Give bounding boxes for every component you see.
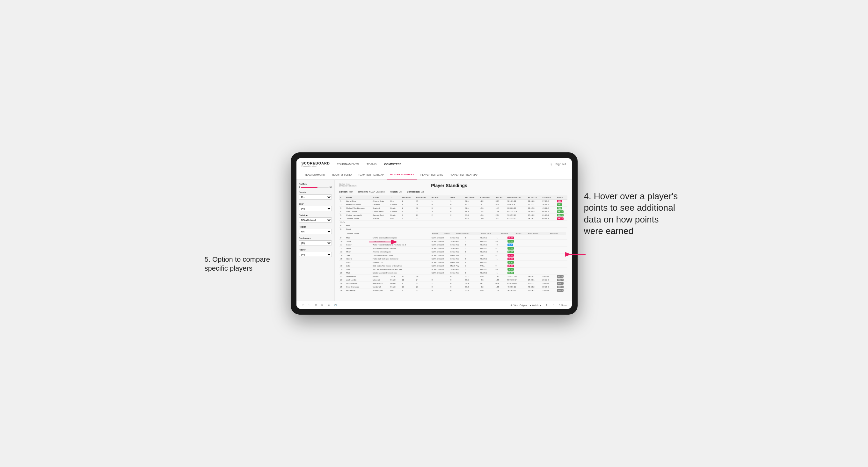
player-standings-table: # Player School Yr Reg Rank Conf Rank No… xyxy=(339,195,567,292)
nav-links: TOURNAMENTS TEAMS COMMITTEE xyxy=(336,162,551,166)
logo-area: SCOREBOARD Powered by clippi xyxy=(302,161,330,167)
subnav-player-summary[interactable]: PLAYER SUMMARY xyxy=(387,170,417,180)
annotation-left: 5. Option to compare specific players xyxy=(205,255,278,273)
download-btn[interactable]: ⬇ xyxy=(544,303,549,307)
expanded-event-row: 17 David Williams Cup NCAA Division I Ma… xyxy=(339,261,567,264)
subnav-team-summary[interactable]: TEAM SUMMARY xyxy=(302,170,329,180)
subnav-team-h2h-heatmap[interactable]: TEAM H2H HEATMAP xyxy=(355,170,387,180)
logo-title: SCOREBOARD xyxy=(302,161,330,165)
table-title: Player Standings xyxy=(357,183,542,188)
col-yr: Yr xyxy=(389,195,401,199)
expanded-event-row: 11 Gordy Wake Forest Invitational at Pin… xyxy=(339,243,567,247)
expanded-event-row: 14 Jake I The Cypress Point Classic NCAA… xyxy=(339,254,567,257)
col-points: Points xyxy=(556,195,567,199)
filter-row: Gender: Men Division: NCAA Division I Re… xyxy=(339,191,567,193)
redo-btn[interactable]: ↪ xyxy=(307,303,312,307)
table-header: # Player School Yr Reg Rank Conf Rank No… xyxy=(339,195,567,199)
region-label: Region xyxy=(299,226,332,228)
more-btn[interactable]: ⋮ xyxy=(551,303,556,307)
table-row: 4 Luke Clanton Florida State Second 5 27… xyxy=(339,210,567,214)
player-label: Player xyxy=(299,249,332,251)
year-select[interactable]: (All) xyxy=(299,206,332,211)
no-rds-slider: 4 52 xyxy=(299,186,332,188)
annotation-right: 4. Hover over a player's points to see a… xyxy=(584,191,680,237)
col-reg-rank: Reg Rank xyxy=(401,195,415,199)
share-btn[interactable]: ↗ Share xyxy=(558,304,567,306)
sidebar: No Rds. 4 52 Gender Men xyxy=(297,180,335,301)
settings-btn[interactable]: ⚙ xyxy=(314,303,318,307)
nav-teams[interactable]: TEAMS xyxy=(366,162,377,166)
col-vs25: Vs Top 25 xyxy=(527,195,541,199)
table-area: Update time: 27/01/2024 16:56:26 Player … xyxy=(335,180,572,301)
table-row: 3 Michael Thorbjornsen Stanford Fourth 1… xyxy=(339,207,567,210)
col-overall-record: Overall Record xyxy=(506,195,527,199)
clock-btn[interactable]: 🕐 xyxy=(333,303,338,307)
expanded-event-row: 15 Alex C Fallen Oak Collegiate Invitati… xyxy=(339,257,567,261)
logo-subtitle: Powered by clippi xyxy=(302,165,330,167)
sign-out-link[interactable]: Sign out xyxy=(555,162,566,166)
table-row: 23 Jack Lundin Missouri Fourth 11 24 0 0… xyxy=(339,278,567,282)
table-row: 22 Ian Gilligan Florida Third 10 24 1 0 … xyxy=(339,275,567,278)
col-wins: Wins xyxy=(449,195,464,199)
col-player: Player xyxy=(345,195,371,199)
nav-bar: SCOREBOARD Powered by clippi TOURNAMENTS… xyxy=(297,158,572,170)
view-label: View: Original xyxy=(514,304,527,306)
subnav-player-h2h-heatmap[interactable]: PLAYER H2H HEATMAP xyxy=(446,170,482,180)
col-adj-score: Adj. Score xyxy=(464,195,479,199)
expanded-header-row: Jackson Kohon Player Event Event Divisio… xyxy=(339,231,567,236)
sidebar-conference: Conference (All) xyxy=(299,237,332,245)
undo-btn[interactable]: ↩ xyxy=(301,303,305,307)
watch-label: Watch xyxy=(532,304,538,306)
update-info: Update time: 27/01/2024 16:56:26 xyxy=(339,183,357,187)
slider-track[interactable] xyxy=(301,187,329,188)
sidebar-region: Region N/A xyxy=(299,226,332,234)
conference-label: Conference xyxy=(299,237,332,240)
tablet-frame: SCOREBOARD Powered by clippi TOURNAMENTS… xyxy=(291,152,578,315)
expanded-event-row: 19 Tiger SEC Stroke Play hosted by Jerry… xyxy=(339,268,567,271)
share-icon: ↗ xyxy=(558,304,560,306)
nav-tournaments[interactable]: TOURNAMENTS xyxy=(336,162,360,166)
slider-max: 52 xyxy=(330,186,332,188)
sidebar-gender: Gender Men xyxy=(299,191,332,199)
watch-btn[interactable]: ● Watch ▼ xyxy=(530,304,541,306)
division-label: Division xyxy=(299,214,332,216)
sub-nav: TEAM SUMMARY TEAM H2H GRID TEAM H2H HEAT… xyxy=(297,170,572,180)
division-select[interactable]: NCAA Division I xyxy=(299,217,332,222)
sidebar-player: Player (All) xyxy=(299,249,332,257)
conference-select[interactable]: (All) xyxy=(299,240,332,245)
watch-chevron: ▼ xyxy=(539,304,541,306)
filter-gender-value: Men xyxy=(349,191,353,193)
toolbar-right: 👁 View: Original ● Watch ▼ ⬇ ⋮ ↗ Share xyxy=(510,303,567,307)
gender-select[interactable]: Men xyxy=(299,194,332,199)
main-content: No Rds. 4 52 Gender Men xyxy=(297,180,572,301)
expanded-event-row: 10 Jacob Tiger Invitational NCAA Divisio… xyxy=(339,240,567,243)
divider-icon: ›| xyxy=(551,162,552,166)
share-label: Share xyxy=(561,304,567,306)
col-school: School xyxy=(371,195,389,199)
player-select[interactable]: (All) xyxy=(299,252,332,257)
gender-label: Gender xyxy=(299,191,332,193)
subnav-team-h2h-grid[interactable]: TEAM H2H GRID xyxy=(329,170,355,180)
nav-committee[interactable]: COMMITTEE xyxy=(383,162,402,166)
slider-min: 4 xyxy=(299,186,300,188)
filter-region-value: All xyxy=(399,191,402,193)
col-conf-rank: Conf Rank xyxy=(415,195,430,199)
menu-btn[interactable]: ☰ xyxy=(327,303,331,307)
sidebar-no-rds: No Rds. 4 52 xyxy=(299,183,332,188)
expanded-event-row: 12 Breni Southern Highlands Collegiate N… xyxy=(339,247,567,250)
slider-fill xyxy=(301,187,317,188)
expanded-event-row: 13 Phich Amer An Intercollegiate NCAA Di… xyxy=(339,250,567,254)
filter-conference: Conference: All xyxy=(407,191,424,193)
watch-icon: ● xyxy=(530,304,531,306)
col-num: # xyxy=(339,195,345,199)
col-to-par: Avg to-Par xyxy=(479,195,494,199)
table-row: 1 Wenyi Ding Arizona State First 1 15 1 … xyxy=(339,199,567,203)
region-select[interactable]: N/A xyxy=(299,229,332,234)
view-original-btn[interactable]: 👁 View: Original xyxy=(510,304,527,306)
copy-btn[interactable]: ⊞ xyxy=(320,303,324,307)
table-row: 9 Prest xyxy=(339,227,567,231)
subnav-player-h2h-grid[interactable]: PLAYER H2H GRID xyxy=(417,170,446,180)
tablet-screen: SCOREBOARD Powered by clippi TOURNAMENTS… xyxy=(297,158,572,309)
year-label: Year xyxy=(299,203,332,205)
bottom-toolbar: ↩ ↪ ⚙ ⊞ ☰ 🕐 👁 View: Original ● Watch xyxy=(297,301,572,309)
